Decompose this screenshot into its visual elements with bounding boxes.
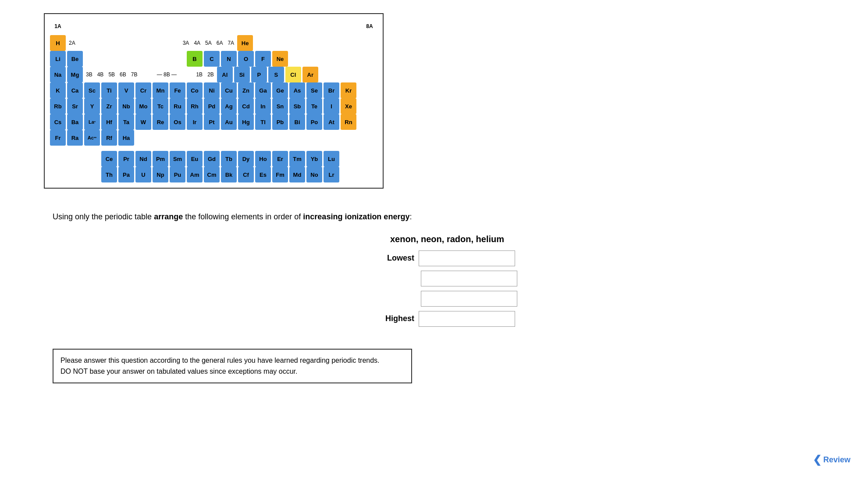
pt-row-7: Fr Ra Ac** Rf Ha xyxy=(50,130,377,146)
answer-input-4[interactable] xyxy=(419,311,515,327)
elements-list: xenon, neon, radon, helium xyxy=(53,232,842,246)
element-F: F xyxy=(255,51,271,67)
element-Zn: Zn xyxy=(238,82,254,98)
element-Ge: Ge xyxy=(272,82,288,98)
answer-input-2[interactable] xyxy=(421,271,517,286)
element-Ac: Ac** xyxy=(84,130,100,146)
element-Md: Md xyxy=(289,167,305,182)
element-Cl: Cl xyxy=(285,67,301,82)
element-Br: Br xyxy=(324,82,339,98)
group-5a: 5A xyxy=(203,35,213,51)
pt-row-4: K Ca Sc Ti V Cr Mn Fe Co Ni Cu Zn Ga Ge … xyxy=(50,82,377,98)
element-Ho: Ho xyxy=(255,151,271,167)
lowest-label: Lowest xyxy=(379,252,414,265)
element-Pm: Pm xyxy=(153,151,168,167)
element-At: At xyxy=(324,114,339,130)
highest-row: Highest xyxy=(379,311,515,327)
element-Yb: Yb xyxy=(306,151,322,167)
element-No: No xyxy=(306,167,322,182)
element-Nd: Nd xyxy=(135,151,151,167)
element-Y: Y xyxy=(84,98,100,114)
element-Ru: Ru xyxy=(170,98,185,114)
element-He: He xyxy=(237,35,253,51)
group-2a: 2A xyxy=(67,35,77,51)
group-4b: 4B xyxy=(96,67,106,82)
pt-row-1: H 2A 3A 4A 5A 6A 7A He xyxy=(50,35,377,51)
element-S: S xyxy=(268,67,284,82)
element-In: In xyxy=(255,98,271,114)
question-section: Using only the periodic table arrange th… xyxy=(53,211,842,327)
group-7b: 7B xyxy=(129,67,139,82)
element-Tm: Tm xyxy=(289,151,305,167)
answer-input-3[interactable] xyxy=(421,291,517,307)
element-Fr: Fr xyxy=(50,130,66,146)
pt-row-5: Rb Sr Y Zr Nb Mo Tc Ru Rh Pd Ag Cd In Sn… xyxy=(50,98,377,114)
element-Eu: Eu xyxy=(187,151,203,167)
element-Pb: Pb xyxy=(272,114,288,130)
lowest-row: Lowest xyxy=(379,250,515,266)
element-Ga: Ga xyxy=(255,82,271,98)
element-Sb: Sb xyxy=(289,98,305,114)
element-Es: Es xyxy=(255,167,271,182)
element-Rf: Rf xyxy=(101,130,117,146)
group-8a-label: 8A xyxy=(362,18,377,34)
element-Cf: Cf xyxy=(238,167,254,182)
element-Se: Se xyxy=(306,82,322,98)
element-Cm: Cm xyxy=(204,167,220,182)
element-Ca: Ca xyxy=(67,82,83,98)
group-8b: — 8B — xyxy=(140,67,193,82)
element-Fe: Fe xyxy=(170,82,185,98)
element-Au: Au xyxy=(221,114,237,130)
answer-input-1[interactable] xyxy=(419,250,515,266)
element-Sr: Sr xyxy=(67,98,83,114)
element-Hg: Hg xyxy=(238,114,254,130)
element-Ba: Ba xyxy=(67,114,83,130)
element-Cd: Cd xyxy=(238,98,254,114)
pt-row-6: Cs Ba La* Hf Ta W Re Os Ir Pt Au Hg Tl P… xyxy=(50,114,377,130)
element-Ir: Ir xyxy=(187,114,203,130)
group-5b: 5B xyxy=(107,67,117,82)
element-U: U xyxy=(135,167,151,182)
group-6b: 6B xyxy=(118,67,128,82)
group-3a: 3A xyxy=(181,35,191,51)
element-Tc: Tc xyxy=(153,98,168,114)
element-Ha: Ha xyxy=(118,130,134,146)
group-1a-label: 1A xyxy=(50,18,66,34)
element-Am: Am xyxy=(187,167,203,182)
element-Pu: Pu xyxy=(170,167,185,182)
element-O: O xyxy=(238,51,254,67)
element-H: H xyxy=(50,35,66,51)
element-Bi: Bi xyxy=(289,114,305,130)
element-Sc: Sc xyxy=(84,82,100,98)
element-Lr: Lr xyxy=(324,167,339,182)
element-Sm: Sm xyxy=(170,151,185,167)
note-box: Please answer this question according to… xyxy=(53,349,412,383)
group-6a: 6A xyxy=(215,35,225,51)
pt-row-lanthanides: Ce Pr Nd Pm Sm Eu Gd Tb Dy Ho Er Tm Yb L… xyxy=(101,151,377,167)
element-Pt: Pt xyxy=(204,114,220,130)
group-3b: 3B xyxy=(84,67,94,82)
answer-form: Lowest Highest xyxy=(53,250,842,327)
review-button[interactable]: ❮ Review xyxy=(813,454,850,466)
element-La: La* xyxy=(84,114,100,130)
pt-row-2: Li Be B C N O F Ne xyxy=(50,51,377,67)
element-Th: Th xyxy=(101,167,117,182)
review-label: Review xyxy=(823,455,850,465)
element-Sn: Sn xyxy=(272,98,288,114)
element-Np: Np xyxy=(153,167,168,182)
element-Hf: Hf xyxy=(101,114,117,130)
periodic-table-wrapper: 1A 8A H 2A xyxy=(26,13,842,202)
element-Tb: Tb xyxy=(221,151,237,167)
element-Mo: Mo xyxy=(135,98,151,114)
element-Be: Be xyxy=(67,51,83,67)
element-Tl: Tl xyxy=(255,114,271,130)
group-4a: 4A xyxy=(192,35,202,51)
element-W: W xyxy=(135,114,151,130)
element-V: V xyxy=(118,82,134,98)
group-1b: 1B xyxy=(194,67,204,82)
element-Fm: Fm xyxy=(272,167,288,182)
element-Bk: Bk xyxy=(221,167,237,182)
element-Ce: Ce xyxy=(101,151,117,167)
element-K: K xyxy=(50,82,66,98)
pt-row-3: Na Mg 3B 4B 5B 6B 7B — 8B — 1B 2B Al Si … xyxy=(50,67,377,82)
